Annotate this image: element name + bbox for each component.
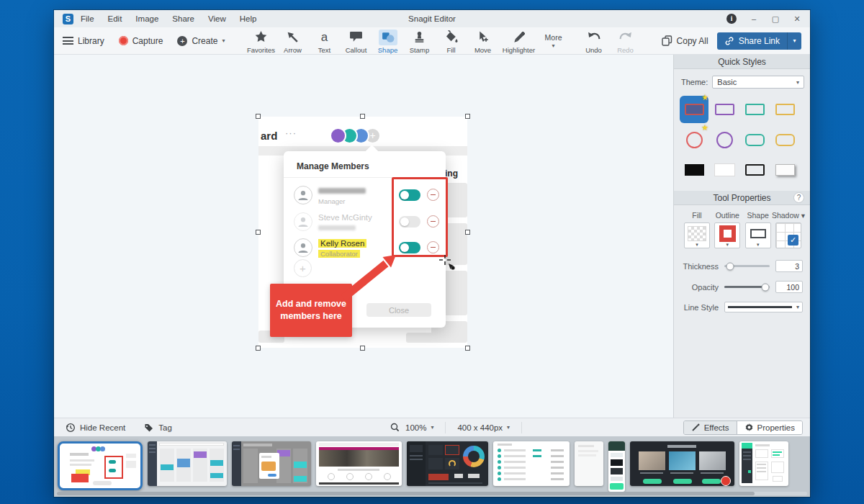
- selection-handle[interactable]: [465, 346, 470, 351]
- annotation-callout[interactable]: Add and remove members here: [270, 284, 352, 337]
- style-swatch-red-rect-selected[interactable]: ★: [680, 96, 708, 123]
- menu-view[interactable]: View: [208, 14, 226, 23]
- recent-thumbnail[interactable]: [575, 441, 603, 486]
- recent-thumbnail[interactable]: [739, 441, 788, 486]
- tool-move[interactable]: Move: [467, 28, 499, 54]
- properties-button[interactable]: Properties: [737, 421, 802, 434]
- fill-icon: [442, 30, 461, 45]
- library-button[interactable]: Library: [63, 36, 104, 46]
- share-link-button[interactable]: Share Link ▾: [717, 32, 801, 50]
- style-swatch-teal-rounded-rect[interactable]: [740, 126, 769, 153]
- opacity-slider[interactable]: [724, 286, 770, 288]
- shape-style-swatch[interactable]: ▾: [745, 222, 771, 248]
- person-avatar-icon: [294, 186, 312, 204]
- close-button[interactable]: ✕: [793, 14, 801, 24]
- share-link-dropdown[interactable]: ▾: [787, 32, 801, 50]
- editing-canvas[interactable]: ard ··· + Doing: [54, 55, 673, 418]
- selection-handle[interactable]: [256, 114, 261, 119]
- selection-handle[interactable]: [465, 114, 470, 119]
- capture-button[interactable]: Capture: [119, 36, 163, 46]
- fill-swatch[interactable]: ▾: [684, 222, 710, 248]
- side-panel: Quick Styles Theme: Basic ▾ ★: [673, 55, 810, 418]
- menu-share[interactable]: Share: [172, 14, 194, 23]
- menu-file[interactable]: File: [81, 14, 94, 23]
- add-member-button[interactable]: +: [294, 259, 312, 277]
- outline-swatch[interactable]: ▾: [714, 222, 740, 248]
- tool-highlighter[interactable]: Highlighter: [499, 28, 539, 54]
- create-button[interactable]: + Create ▾: [177, 36, 225, 46]
- thumbnail-scrollbar[interactable]: [57, 492, 807, 495]
- tool-shape[interactable]: Shape: [372, 28, 404, 54]
- tag-button[interactable]: Tag: [144, 423, 172, 433]
- highlighted-member-role: Collaborator: [318, 250, 360, 258]
- selection-handle[interactable]: [256, 346, 261, 351]
- text-icon: a: [315, 30, 334, 45]
- recent-thumbnail[interactable]: [232, 441, 311, 486]
- style-swatch-purple-circle[interactable]: [710, 126, 739, 153]
- copy-all-button[interactable]: Copy All: [662, 35, 708, 46]
- window-title: Snagit Editor: [408, 14, 456, 23]
- recent-thumbnail[interactable]: [493, 441, 570, 486]
- recent-thumbnail[interactable]: [608, 441, 625, 492]
- menu-edit[interactable]: Edit: [108, 14, 122, 23]
- minimize-button[interactable]: –: [750, 14, 758, 23]
- tool-redo[interactable]: Redo: [610, 28, 642, 54]
- style-swatch-teal-rect[interactable]: [740, 96, 769, 123]
- tool-callout[interactable]: Callout: [341, 28, 372, 54]
- hide-recent-button[interactable]: Hide Recent: [66, 423, 125, 433]
- tool-arrow[interactable]: Arrow: [277, 28, 309, 54]
- red-outline-icon: [719, 225, 736, 242]
- snagit-logo-icon: S: [63, 14, 73, 24]
- selection-handle[interactable]: [465, 230, 470, 235]
- zoom-level-dropdown[interactable]: 100%▾: [405, 423, 433, 432]
- style-swatch-red-circle[interactable]: ★: [680, 126, 708, 153]
- recent-thumbnail[interactable]: [148, 441, 227, 486]
- style-swatch-yellow-rect[interactable]: [770, 96, 799, 123]
- selection-handle[interactable]: [360, 346, 365, 351]
- style-swatch-black-outline[interactable]: [740, 156, 769, 184]
- star-icon: [252, 30, 271, 45]
- theme-select[interactable]: Basic ▾: [712, 76, 804, 89]
- tool-text[interactable]: a Text: [309, 28, 341, 54]
- tag-icon: [144, 423, 154, 433]
- menu-help[interactable]: Help: [240, 14, 257, 23]
- effects-button[interactable]: Effects: [684, 421, 737, 434]
- maximize-button[interactable]: ▢: [771, 14, 780, 24]
- info-icon[interactable]: i: [726, 14, 737, 24]
- selection-handle[interactable]: [360, 114, 365, 119]
- selection-handle[interactable]: [256, 230, 261, 235]
- chevron-down-icon: ▾: [796, 304, 799, 310]
- dialog-close-button[interactable]: Close: [366, 303, 431, 317]
- style-swatch-yellow-rounded-rect[interactable]: [770, 126, 799, 153]
- recent-thumbnail[interactable]: [316, 441, 402, 486]
- scrollbar-thumb[interactable]: [57, 492, 755, 495]
- zoom-icon: [390, 423, 400, 432]
- style-swatch-white-fill[interactable]: [710, 156, 739, 184]
- shadow-checkbox[interactable]: ✓: [788, 235, 798, 246]
- tool-undo[interactable]: Undo: [578, 28, 610, 54]
- captured-image[interactable]: ard ··· + Doing: [258, 117, 467, 348]
- member-avatar: [330, 127, 346, 144]
- tool-favorites[interactable]: Favorites: [246, 28, 277, 54]
- line-style-select[interactable]: ▾: [724, 302, 803, 312]
- help-button[interactable]: ?: [793, 192, 804, 203]
- menu-image[interactable]: Image: [135, 14, 158, 23]
- tool-fill[interactable]: Fill: [436, 28, 467, 54]
- style-swatch-shadow-rect[interactable]: [770, 156, 799, 184]
- opacity-value[interactable]: 100: [775, 281, 803, 293]
- recent-thumbnail[interactable]: [630, 441, 734, 486]
- shadow-label[interactable]: Shadow ▾: [772, 211, 805, 220]
- recent-thumbnail-selected[interactable]: [58, 441, 143, 490]
- recent-thumbnail[interactable]: [407, 441, 488, 486]
- thickness-value[interactable]: 3: [775, 260, 803, 272]
- annotation-rectangle[interactable]: [392, 177, 448, 257]
- style-swatch-black-fill[interactable]: [680, 156, 708, 184]
- shadow-swatch[interactable]: ✓: [775, 222, 801, 248]
- recent-captures-tray: [54, 436, 810, 497]
- canvas-size-dropdown[interactable]: 400 x 440px▾: [457, 423, 510, 432]
- link-icon: [724, 36, 734, 46]
- tool-stamp[interactable]: Stamp: [404, 28, 436, 54]
- tool-more[interactable]: More ▾: [539, 28, 568, 49]
- thickness-slider[interactable]: [724, 265, 770, 267]
- style-swatch-purple-rect[interactable]: [710, 96, 739, 123]
